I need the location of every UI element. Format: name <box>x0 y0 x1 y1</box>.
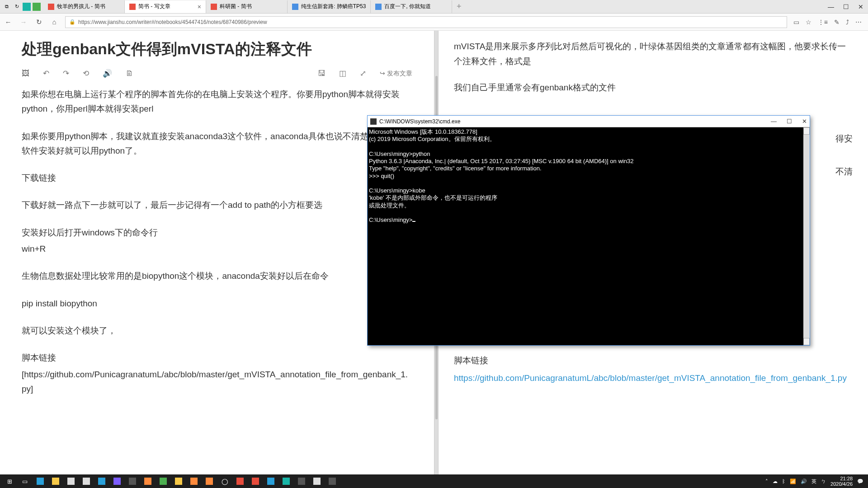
tab-baidu[interactable]: 百度一下, 你就知道 <box>371 0 452 13</box>
tab-jianshu-writer[interactable]: 简书 - 写文章× <box>125 0 206 13</box>
tab-label: 科研菌 - 简书 <box>220 3 252 10</box>
cmd-window[interactable]: C:\WINDOWS\system32\cmd.exe — ☐ ✕ Micros… <box>367 115 810 346</box>
cmd-close-button[interactable]: ✕ <box>802 118 807 125</box>
app-icon[interactable] <box>294 475 309 488</box>
cmd-scrollbar[interactable] <box>803 127 810 345</box>
favicon-icon <box>211 4 217 10</box>
sound-icon[interactable]: 🔊 <box>103 69 112 78</box>
editor-body[interactable]: 如果你想在电脑上运行某个程序的脚本首先你的在电脑上安装这个程序。你要用pytho… <box>22 87 412 396</box>
home-button[interactable]: ⌂ <box>50 18 59 26</box>
edge-icon[interactable] <box>33 475 48 488</box>
sys-icon: ⧉ <box>3 3 11 11</box>
undo-icon[interactable]: ↶ <box>43 69 49 78</box>
favorite-icon[interactable]: ☆ <box>806 19 811 26</box>
cmd-icon <box>370 118 377 125</box>
tray-volume-icon[interactable]: 🔊 <box>801 479 807 484</box>
app-icon[interactable] <box>140 475 156 488</box>
expand-icon[interactable]: ⤢ <box>360 69 366 78</box>
doc-icon[interactable]: 🗎 <box>126 69 133 78</box>
app-icon[interactable] <box>202 475 217 488</box>
url-text: https://www.jianshu.com/writer#/notebook… <box>78 19 267 25</box>
lock-icon: 🔒 <box>69 19 75 25</box>
github-link[interactable]: https://github.com/PunicagranatumL/abc/b… <box>454 373 847 383</box>
settings-icon[interactable]: ⋯ <box>855 19 862 26</box>
app-icon[interactable] <box>171 475 186 488</box>
taskbar: ⊞ ▭ ◯ ˄ ☁ ᛒ 📶 🔊 英 ㄅ 21:28 2020/4/26 💬 <box>0 474 868 488</box>
app-icon[interactable] <box>109 475 125 488</box>
image-icon[interactable]: 🖼 <box>22 69 29 78</box>
save-icon[interactable]: 🖫 <box>318 69 326 78</box>
redo-icon[interactable]: ↷ <box>63 69 69 78</box>
back-button[interactable]: ← <box>4 18 13 26</box>
explorer-icon[interactable] <box>48 475 63 488</box>
ext-icon[interactable] <box>33 3 41 11</box>
history-icon[interactable]: ⟲ <box>83 69 89 78</box>
app-icon[interactable] <box>263 475 278 488</box>
share-icon[interactable]: ⤴ <box>846 19 849 26</box>
new-tab-button[interactable]: + <box>452 2 466 11</box>
app-icon[interactable] <box>156 475 171 488</box>
notification-icon[interactable]: 💬 <box>857 479 863 484</box>
editor-paragraph: [https://github.com/PunicagranatumL/abc/… <box>22 367 412 397</box>
tab-keyanjun[interactable]: 科研菌 - 简书 <box>206 0 288 13</box>
terminal-icon[interactable] <box>325 475 340 488</box>
app-icon[interactable] <box>125 475 140 488</box>
notes-icon[interactable]: ✎ <box>834 19 840 26</box>
hub-icon[interactable]: ⋮≡ <box>818 19 828 26</box>
cmd-titlebar[interactable]: C:\WINDOWS\system32\cmd.exe — ☐ ✕ <box>368 116 810 127</box>
app-icon[interactable] <box>309 475 325 488</box>
taskbar-clock[interactable]: 21:28 2020/4/26 <box>830 476 853 487</box>
refresh-button[interactable]: ↻ <box>34 18 43 26</box>
cmd-body[interactable]: Microsoft Windows [版本 10.0.18362.778] (c… <box>368 127 810 345</box>
split-icon[interactable]: ◫ <box>339 69 346 78</box>
cmd-maximize-button[interactable]: ☐ <box>787 118 792 125</box>
tray-chevron-icon[interactable]: ˄ <box>765 479 768 484</box>
mail-icon[interactable] <box>94 475 109 488</box>
article-title[interactable]: 处理genbank文件得到mVISTA的注释文件 <box>22 39 412 60</box>
app-icon[interactable] <box>248 475 263 488</box>
editor-paragraph: 就可以安装这个模块了， <box>22 324 412 338</box>
minimize-button[interactable]: — <box>828 3 834 10</box>
store-icon[interactable] <box>63 475 79 488</box>
tab-label: 牧羊的男孩儿 - 简书 <box>57 3 105 10</box>
editor-paragraph: 下载好就一路点下一步就可以了，最后一步记得有一个add to path的小方框要… <box>22 198 412 212</box>
tray-ime-lang[interactable]: 英 <box>811 478 816 485</box>
favicon-icon <box>129 4 136 10</box>
forward-button[interactable]: → <box>19 18 28 26</box>
bing-icon[interactable] <box>23 3 31 11</box>
chrome-icon[interactable]: ◯ <box>217 475 232 488</box>
editor-paragraph: 安装好以后打开windows下的命令行 <box>22 225 412 240</box>
maximize-button[interactable]: ☐ <box>843 3 849 10</box>
browser-toolbar: ← → ↻ ⌂ 🔒 https://www.jianshu.com/writer… <box>0 14 868 31</box>
publish-button[interactable]: ↪ 发布文章 <box>380 70 412 78</box>
close-tab-icon[interactable]: × <box>198 3 201 10</box>
favicon-icon <box>48 4 54 10</box>
editor-paragraph: 脚本链接 <box>22 351 412 365</box>
title-bar-sys-icons: ⧉ ↻ <box>0 3 43 11</box>
preview-paragraph: 脚本链接 <box>454 353 853 368</box>
tab-jianshu-profile[interactable]: 牧羊的男孩儿 - 简书 <box>43 0 125 13</box>
cmd-cursor <box>412 221 415 222</box>
tray-bluetooth-icon[interactable]: ᛒ <box>782 479 785 484</box>
window-controls: — ☐ ✕ <box>828 3 868 10</box>
everything-icon[interactable] <box>186 475 202 488</box>
preview-paragraph: 我们自己手里通常会有genbank格式的文件 <box>454 80 853 95</box>
cmd-minimize-button[interactable]: — <box>771 118 777 125</box>
address-bar[interactable]: 🔒 https://www.jianshu.com/writer#/notebo… <box>65 16 787 28</box>
tab-bioinfo[interactable]: 纯生信新套路: 肺鳞癌TP53 <box>288 0 371 13</box>
app-icon[interactable] <box>232 475 248 488</box>
tray-cloud-icon[interactable]: ☁ <box>773 479 778 484</box>
tray-wifi-icon[interactable]: 📶 <box>790 479 796 484</box>
start-button[interactable]: ⊞ <box>2 475 17 488</box>
cmd-output: Microsoft Windows [版本 10.0.18362.778] (c… <box>369 128 633 223</box>
clock-time: 21:28 <box>830 476 853 481</box>
sys-icon: ↻ <box>13 3 21 11</box>
reading-view-icon[interactable]: ▭ <box>793 19 799 26</box>
favicon-icon <box>292 4 298 10</box>
app-icon[interactable] <box>278 475 294 488</box>
editor-paragraph: win+R <box>22 242 412 256</box>
app-icon[interactable] <box>79 475 94 488</box>
close-window-button[interactable]: ✕ <box>858 3 863 10</box>
tray-ime-input[interactable]: ㄅ <box>821 478 826 485</box>
task-view-icon[interactable]: ▭ <box>17 475 33 488</box>
